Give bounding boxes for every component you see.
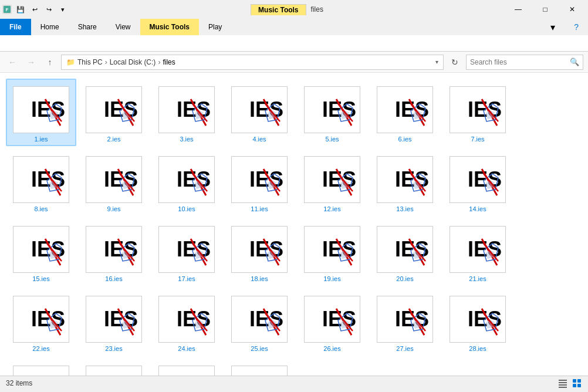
file-item[interactable]: IES 31.ies — [151, 358, 222, 376]
undo-quick-btn[interactable]: ↩ — [28, 3, 41, 16]
help-btn[interactable]: ? — [565, 19, 588, 35]
ribbon-collapse-btn[interactable]: ▾ — [541, 19, 565, 35]
tab-view[interactable]: View — [106, 19, 140, 35]
file-icon: IES — [13, 156, 69, 203]
redo-quick-btn[interactable]: ↪ — [42, 3, 55, 16]
file-item[interactable]: IES 16.ies — [79, 218, 149, 286]
file-item[interactable]: IES 23.ies — [79, 288, 149, 356]
file-item[interactable]: IES 29.ies — [6, 358, 76, 376]
file-label: 14.ies — [469, 205, 486, 212]
file-icon: IES — [158, 86, 215, 133]
window-controls: — □ ✕ — [505, 0, 586, 19]
file-item[interactable]: IES 20.ies — [370, 218, 440, 286]
file-item[interactable]: IES 17.ies — [151, 218, 222, 286]
title-bar-left: F 💾 ↩ ↪ ▾ — [2, 3, 69, 16]
file-icon: IES — [231, 226, 288, 273]
tab-music-tools[interactable]: Music Tools — [140, 19, 199, 35]
refresh-button[interactable]: ↻ — [447, 55, 462, 70]
quick-access-toolbar: 💾 ↩ ↪ ▾ — [14, 3, 69, 16]
file-item[interactable]: IES 14.ies — [442, 148, 513, 216]
file-label: 10.ies — [178, 205, 195, 212]
forward-button[interactable]: → — [23, 55, 39, 70]
file-icon: IES — [450, 86, 506, 133]
file-item[interactable]: IES 2.ies — [79, 79, 149, 146]
file-item[interactable]: IES 4.ies — [224, 79, 295, 146]
item-count: 32 items — [6, 379, 32, 387]
file-item[interactable]: IES 8.ies — [6, 148, 76, 216]
folder-icon: 📁 — [66, 58, 75, 66]
music-tools-tab-title[interactable]: Music Tools — [251, 4, 306, 15]
file-item[interactable]: IES 1.ies — [6, 79, 76, 146]
file-item[interactable]: IES 30.ies — [79, 358, 149, 376]
path-dropdown-btn[interactable]: ▾ — [435, 59, 438, 65]
tab-share[interactable]: Share — [69, 19, 106, 35]
file-label: 1.ies — [34, 136, 48, 143]
address-bar: ← → ↑ 📁 This PC › Local Disk (C:) › file… — [0, 52, 588, 73]
file-label: 24.ies — [178, 345, 195, 352]
file-item[interactable]: IES 6.ies — [370, 79, 440, 146]
file-label: 16.ies — [105, 275, 122, 282]
file-item[interactable]: IES 9.ies — [79, 148, 149, 216]
tab-home[interactable]: Home — [31, 19, 69, 35]
file-label: 17.ies — [178, 275, 195, 282]
path-this-pc[interactable]: This PC — [77, 58, 103, 66]
file-item[interactable]: IES 18.ies — [224, 218, 295, 286]
file-item[interactable]: IES 11.ies — [224, 148, 295, 216]
save-quick-btn[interactable]: 💾 — [14, 3, 27, 16]
ribbon-tabs-row: File Home Share View Music Tools Play ▾ … — [0, 19, 588, 35]
file-item[interactable]: IES 28.ies — [442, 288, 513, 356]
file-item[interactable]: IES 27.ies — [370, 288, 440, 356]
path-files[interactable]: files — [163, 58, 175, 66]
qa-dropdown-btn[interactable]: ▾ — [56, 3, 69, 16]
file-item[interactable]: IES 12.ies — [297, 148, 367, 216]
file-item[interactable]: IES 15.ies — [6, 218, 76, 286]
file-item[interactable]: IES 24.ies — [151, 288, 222, 356]
file-label: 27.ies — [396, 345, 413, 352]
file-icon: IES — [86, 366, 142, 376]
file-label: 15.ies — [32, 275, 49, 282]
maximize-button[interactable]: □ — [532, 0, 559, 19]
file-item[interactable]: IES 26.ies — [297, 288, 367, 356]
file-icon: IES — [304, 226, 360, 273]
app-icon: F — [2, 5, 12, 14]
svg-rect-130 — [559, 380, 567, 381]
file-item[interactable]: IES 5.ies — [297, 79, 367, 146]
file-item[interactable]: IES 7.ies — [442, 79, 513, 146]
file-item[interactable]: IES 10.ies — [151, 148, 222, 216]
svg-rect-133 — [559, 387, 567, 388]
tab-file[interactable]: File — [0, 19, 31, 35]
file-label: 3.ies — [180, 136, 193, 143]
back-button[interactable]: ← — [5, 55, 20, 70]
close-button[interactable]: ✕ — [559, 0, 586, 19]
file-item[interactable]: IES 19.ies — [297, 218, 367, 286]
file-label: 12.ies — [323, 205, 340, 212]
file-icon: IES — [304, 296, 360, 343]
file-item[interactable]: IES 21.ies — [442, 218, 513, 286]
search-input[interactable] — [470, 58, 567, 66]
file-item[interactable]: IES 13.ies — [370, 148, 440, 216]
file-label: 5.ies — [325, 136, 339, 143]
file-item[interactable]: IES 32.ies — [224, 358, 295, 376]
file-label: 13.ies — [396, 205, 413, 212]
file-label: 11.ies — [251, 205, 268, 212]
file-item[interactable]: IES 3.ies — [151, 79, 222, 146]
search-box[interactable]: 🔍 — [466, 55, 583, 70]
search-icon[interactable]: 🔍 — [570, 58, 579, 66]
file-item[interactable]: IES 22.ies — [6, 288, 76, 356]
file-icon: IES — [377, 226, 433, 273]
tab-play[interactable]: Play — [199, 19, 231, 35]
svg-rect-134 — [573, 379, 576, 383]
file-icon: IES — [450, 226, 506, 273]
status-right — [557, 378, 582, 388]
up-button[interactable]: ↑ — [42, 55, 58, 70]
path-local-disk[interactable]: Local Disk (C:) — [110, 58, 156, 66]
ribbon-body — [0, 35, 588, 52]
view-large-icon[interactable] — [572, 378, 582, 388]
file-label: 28.ies — [469, 345, 486, 352]
minimize-button[interactable]: — — [505, 0, 532, 19]
file-item[interactable]: IES 25.ies — [224, 288, 295, 356]
file-icon: IES — [231, 366, 288, 376]
file-label: 4.ies — [252, 136, 266, 143]
address-path[interactable]: 📁 This PC › Local Disk (C:) › files ▾ — [61, 55, 444, 70]
view-details-icon[interactable] — [557, 378, 568, 388]
